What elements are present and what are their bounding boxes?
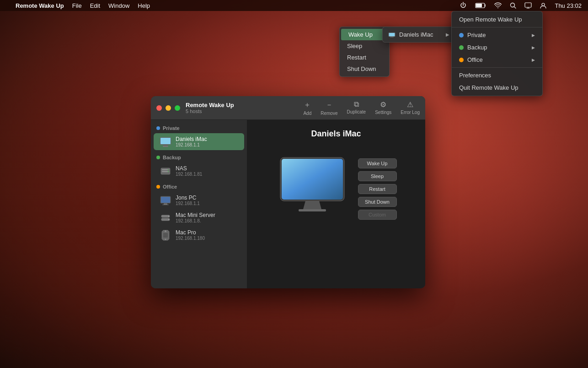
sleep-button[interactable]: Sleep — [358, 171, 397, 181]
error-log-label: Error Log — [401, 110, 420, 115]
group-dot-private-menu — [459, 33, 464, 38]
power-icon-menubar[interactable] — [457, 0, 470, 11]
sidebar-item-info-mac-pro: Mac Pro 192.168.1.180 — [176, 229, 239, 241]
user-icon-menubar[interactable] — [537, 0, 549, 11]
nas-icon — [159, 167, 172, 176]
action-buttons: Wake Up Sleep Restart Shut Down Custom — [358, 158, 397, 220]
wakeup-menu-restart[interactable]: Restart — [340, 52, 389, 63]
sidebar-item-name-mac-pro: Mac Pro — [176, 229, 239, 236]
svg-rect-25 — [282, 159, 343, 200]
sidebar-item-ip-daniels: 192.168.1.1 — [176, 142, 239, 147]
pc-icon-jons — [159, 196, 172, 205]
menubar-help[interactable]: Help — [134, 0, 154, 11]
wifi-icon[interactable] — [492, 0, 504, 11]
context-menu-hosts: Daniels iMac ▶ — [382, 27, 455, 43]
sidebar: Private Daniels iMac 192.168.1.1 Backup — [151, 120, 247, 288]
svg-rect-3 — [525, 3, 531, 7]
restart-button[interactable]: Restart — [358, 184, 397, 194]
apple-menu[interactable] — [4, 0, 11, 11]
sidebar-item-mac-pro[interactable]: Mac Pro 192.168.1.180 — [154, 227, 244, 244]
wakeup-menu-shut-down[interactable]: Shut Down — [340, 63, 389, 75]
svg-rect-22 — [163, 233, 168, 238]
menu-open-remote-wake-up[interactable]: Open Remote Wake Up — [452, 13, 542, 26]
remove-icon: － — [326, 100, 333, 110]
sidebar-item-name-daniels: Daniels iMac — [176, 136, 239, 142]
shut-down-button[interactable]: Shut Down — [358, 197, 397, 207]
svg-point-12 — [168, 171, 169, 172]
window-body: Private Daniels iMac 192.168.1.1 Backup — [151, 120, 425, 288]
svg-rect-14 — [161, 197, 170, 203]
menu-office-label: Office — [467, 56, 483, 63]
menu-divider-2 — [452, 67, 542, 68]
group-header-office: Office — [151, 182, 247, 191]
backup-arrow: ▶ — [532, 45, 535, 50]
traffic-lights — [156, 105, 180, 111]
window-close-button[interactable] — [156, 105, 162, 111]
add-icon: ＋ — [304, 100, 311, 110]
group-dot-private — [156, 126, 160, 130]
sidebar-item-mac-mini-server[interactable]: Mac Mini Server 192.168.1.8. — [154, 209, 244, 226]
menu-group-office[interactable]: Office ▶ — [452, 54, 542, 66]
detail-panel: Daniels iMac — [247, 120, 425, 288]
group-dot-backup-menu — [459, 45, 464, 50]
wakeup-menu-sleep[interactable]: Sleep — [340, 40, 389, 52]
svg-rect-28 — [389, 33, 395, 36]
host-arrow-icon: ▶ — [446, 32, 449, 37]
cast-icon-menubar[interactable] — [522, 0, 535, 11]
app-menu-dropdown: Open Remote Wake Up Private ▶ Backup ▶ O… — [451, 11, 543, 96]
menu-quit[interactable]: Quit Remote Wake Up — [452, 81, 542, 94]
sidebar-item-jons-pc[interactable]: Jons PC 192.168.1.1 — [154, 192, 244, 209]
menubar-window[interactable]: Window — [105, 0, 133, 11]
menu-preferences[interactable]: Preferences — [452, 69, 542, 81]
toolbar-settings-button[interactable]: ⚙ Settings — [375, 100, 391, 116]
host-name-daniels: Daniels iMac — [399, 31, 433, 38]
svg-rect-6 — [160, 138, 171, 144]
group-header-backup: Backup — [151, 153, 247, 162]
svg-rect-26 — [299, 209, 326, 211]
svg-point-11 — [168, 169, 169, 170]
toolbar-remove-button[interactable]: － Remove — [321, 100, 337, 116]
battery-icon[interactable] — [472, 0, 489, 11]
sidebar-item-ip-mac-pro: 192.168.1.180 — [176, 236, 239, 241]
sidebar-item-ip-nas: 192.168.1.81 — [176, 172, 239, 177]
svg-point-21 — [165, 230, 166, 232]
sidebar-item-ip-jons: 192.168.1.1 — [176, 201, 239, 206]
group-label-backup: Backup — [163, 155, 181, 160]
menubar-right: Thu 23:02 — [457, 0, 584, 11]
search-icon-menubar[interactable] — [507, 0, 519, 11]
window-title: Remote Wake Up — [186, 102, 234, 108]
custom-button[interactable]: Custom — [358, 210, 397, 220]
svg-rect-1 — [476, 4, 482, 7]
group-header-private: Private — [151, 124, 247, 133]
sidebar-item-nas[interactable]: NAS 192.168.1.81 — [154, 162, 244, 179]
detail-title: Daniels iMac — [311, 129, 361, 139]
menubar-edit[interactable]: Edit — [86, 0, 104, 11]
menu-backup-label: Backup — [467, 44, 487, 51]
menu-divider-1 — [452, 27, 542, 27]
menubar-file[interactable]: File — [69, 0, 86, 11]
wakeup-menu-wake-up[interactable]: Wake Up — [341, 29, 388, 40]
toolbar-add-button[interactable]: ＋ Add — [303, 100, 311, 116]
wake-up-button[interactable]: Wake Up — [358, 158, 397, 168]
remove-label: Remove — [321, 111, 337, 116]
window-minimize-button[interactable] — [166, 105, 171, 111]
host-menu-daniels-imac[interactable]: Daniels iMac ▶ — [383, 29, 455, 40]
window-subtitle: 5 hosts — [186, 108, 234, 114]
menu-group-private[interactable]: Private ▶ — [452, 29, 542, 41]
menubar-app-name[interactable]: Remote Wake Up — [12, 0, 68, 11]
toolbar-error-log-button[interactable]: ⚠ Error Log — [401, 100, 420, 116]
add-label: Add — [303, 111, 311, 116]
imac-icon-daniels — [159, 137, 172, 146]
sidebar-item-info-mac-mini-server: Mac Mini Server 192.168.1.8. — [176, 212, 239, 223]
sidebar-item-info-nas: NAS 192.168.1.81 — [176, 165, 239, 177]
menu-private-label: Private — [467, 32, 486, 38]
window-maximize-button[interactable] — [175, 105, 180, 111]
svg-rect-15 — [164, 203, 167, 205]
svg-point-4 — [542, 3, 545, 6]
toolbar-duplicate-button[interactable]: ⧉ Duplicate — [347, 100, 366, 116]
sidebar-item-daniels-imac[interactable]: Daniels iMac 192.168.1.1 — [154, 133, 244, 150]
menu-group-backup[interactable]: Backup ▶ — [452, 41, 542, 54]
svg-rect-16 — [162, 205, 169, 205]
window-titlebar: Remote Wake Up 5 hosts ＋ Add － Remove ⧉ … — [151, 96, 425, 120]
mac-pro-icon — [159, 231, 172, 240]
